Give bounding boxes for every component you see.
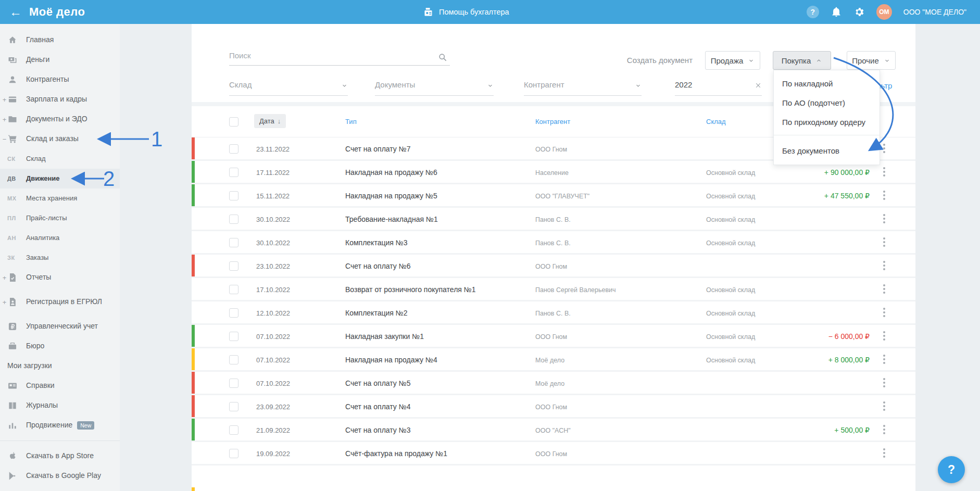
row-document-type[interactable]: Счёт-фактура на продажу №1 [345,449,447,458]
select-all-checkbox[interactable] [229,117,238,127]
search-icon[interactable] [437,52,448,62]
row-menu-button[interactable] [881,143,887,154]
row-document-type[interactable]: Накладная на продажу №4 [345,356,437,364]
sidebar-item-app-store[interactable]: Скачать в App Store [0,446,120,466]
row-document-type[interactable]: Комплектация №3 [345,238,408,247]
back-arrow-icon[interactable]: ← [9,6,22,18]
row-checkbox[interactable] [229,308,238,318]
search-input[interactable] [229,51,450,66]
row-checkbox[interactable] [229,238,238,247]
sidebar-item-google-play[interactable]: Скачать в Google Play [0,466,120,486]
table-row[interactable]: 21.09.2022Счет на оплату №3ООО "АСН"+ 50… [192,419,915,442]
row-document-type[interactable]: Счет на оплату №4 [345,402,411,411]
table-row[interactable]: 19.09.2022Счёт-фактура на продажу №1ООО … [192,442,915,465]
row-checkbox[interactable] [229,285,238,294]
sidebar-item-zakazy[interactable]: ЗКЗаказы [0,248,120,268]
bell-icon[interactable] [831,6,842,18]
row-menu-button[interactable] [881,330,887,342]
row-menu-button[interactable] [881,190,887,201]
table-row[interactable]: 30.10.2022Комплектация №3Панов С. В.Осно… [192,231,915,255]
row-menu-button[interactable] [881,236,887,248]
table-row[interactable]: 07.10.2022Счет на оплату №5Моё дело [192,372,915,395]
row-checkbox[interactable] [229,332,238,341]
dropdown-item[interactable]: По АО (подотчет) [774,93,880,112]
row-checkbox[interactable] [229,191,238,200]
sidebar-item-prays-listy[interactable]: ПЛПрайс-листы [0,208,120,228]
sidebar-item-sklad[interactable]: СКСклад [0,149,120,169]
column-header-contragent[interactable]: Контрагент [535,118,570,125]
filter-select-sklad[interactable]: Склад [229,78,348,96]
sidebar-item-mesta-khraneniya[interactable]: МХМеста хранения [0,188,120,208]
row-menu-button[interactable] [881,400,887,412]
row-document-type[interactable]: Возврат от розничного покупателя №1 [345,285,476,294]
table-row[interactable]: 15.11.2022Накладная на продажу №5ООО "ГЛ… [192,184,915,208]
create-purchase-button[interactable]: Покупка [773,51,831,70]
clear-icon[interactable] [755,82,762,89]
table-row[interactable]: 07.10.2022Накладная на продажу №4Моё дел… [192,348,915,372]
app-logo[interactable]: Моё дело [29,5,85,19]
gear-icon[interactable] [853,6,865,18]
row-checkbox[interactable] [229,168,238,177]
help-icon[interactable]: ? [807,6,819,18]
row-document-type[interactable]: Требование-накладная №1 [345,215,438,223]
row-document-type[interactable]: Комплектация №2 [345,309,408,317]
dropdown-item[interactable]: По накладной [774,74,880,93]
table-row[interactable]: 12.10.2022Комплектация №2Панов С. В.Осно… [192,301,915,325]
table-row[interactable]: 23.09.2022Счет на оплату №4ООО Гном [192,395,915,419]
sidebar-item-analitika[interactable]: АНАналитика [0,228,120,248]
row-checkbox[interactable] [229,379,238,388]
sidebar-item-dengi[interactable]: Деньги [0,50,120,70]
filter-select-kontragent[interactable]: Контрагент [524,78,642,96]
column-header-type[interactable]: Тип [345,118,357,125]
sidebar-item-spravki[interactable]: Справки [0,376,120,396]
row-menu-button[interactable] [881,307,887,318]
avatar[interactable]: ОМ [876,4,892,20]
sidebar-item-zhurnaly[interactable]: Журналы [0,396,120,416]
sidebar-item-dvizhenie[interactable]: ДВДвижение [0,169,120,188]
row-checkbox[interactable] [229,402,238,411]
row-menu-button[interactable] [881,377,887,388]
table-row[interactable]: 23.10.2022Счет на оплату №6ООО Гном [192,255,915,278]
row-checkbox[interactable] [229,215,238,224]
column-header-sklad[interactable]: Склад [706,118,726,125]
sidebar-item-otchety[interactable]: +Отчеты [0,268,120,287]
expand-toggle-icon[interactable]: + [2,116,7,123]
sidebar-item-kontragenty[interactable]: Контрагенты [0,70,120,90]
row-document-type[interactable]: Счет на оплату №3 [345,426,411,434]
row-menu-button[interactable] [881,260,887,271]
sidebar-item-byuro[interactable]: Бюро [0,336,120,356]
sidebar-item-glavnaya[interactable]: Главная [0,30,120,50]
sidebar-item-moi-zagruzki[interactable]: Мои загрузки [0,356,120,376]
expand-toggle-icon[interactable]: + [2,298,7,306]
sidebar-item-registratsiya-v-egryul[interactable]: +Регистрация в ЕГРЮЛ [0,287,120,317]
row-checkbox[interactable] [229,449,238,458]
accountant-help-link[interactable]: Помощь бухгалтера [423,0,509,24]
row-menu-button[interactable] [881,354,887,365]
row-checkbox[interactable] [229,425,238,435]
row-menu-button[interactable] [881,424,887,435]
expand-toggle-icon[interactable]: + [2,274,7,282]
row-menu-button[interactable] [881,283,887,295]
row-document-type[interactable]: Счет на оплату №6 [345,262,411,270]
row-checkbox[interactable] [229,261,238,271]
expand-toggle-icon[interactable]: − [2,135,7,143]
expand-toggle-icon[interactable]: + [2,96,7,104]
filter-select-dokumenty[interactable]: Документы [375,78,494,96]
sidebar-item-dokumenty-i-edo[interactable]: +Документы и ЭДО [0,109,120,129]
row-document-type[interactable]: Счет на оплату №7 [345,145,411,153]
company-name[interactable]: ООО "МОЕ ДЕЛО" [903,8,966,16]
row-document-type[interactable]: Накладная на продажу №5 [345,192,437,200]
floating-help-button[interactable]: ? [938,456,965,483]
dropdown-item[interactable]: По приходному ордеру [774,112,880,132]
table-row[interactable]: 30.10.2022Требование-накладная №1Панов С… [192,208,915,231]
row-checkbox[interactable] [229,144,238,154]
table-row[interactable]: 17.10.2022Возврат от розничного покупате… [192,278,915,301]
row-checkbox[interactable] [229,355,238,364]
dropdown-item[interactable]: Без документов [774,141,880,160]
row-menu-button[interactable] [881,166,887,178]
sidebar-item-upravlencheskiy-uchet[interactable]: Управленческий учет [0,317,120,336]
column-header-date[interactable]: Дата ↓ [254,114,286,128]
sidebar-item-prodvizhenie[interactable]: ПродвижениеNew [0,416,120,435]
row-document-type[interactable]: Счет на оплату №5 [345,379,411,387]
sidebar-item-sklad-i-zakazy[interactable]: −Склад и заказы [0,129,120,149]
